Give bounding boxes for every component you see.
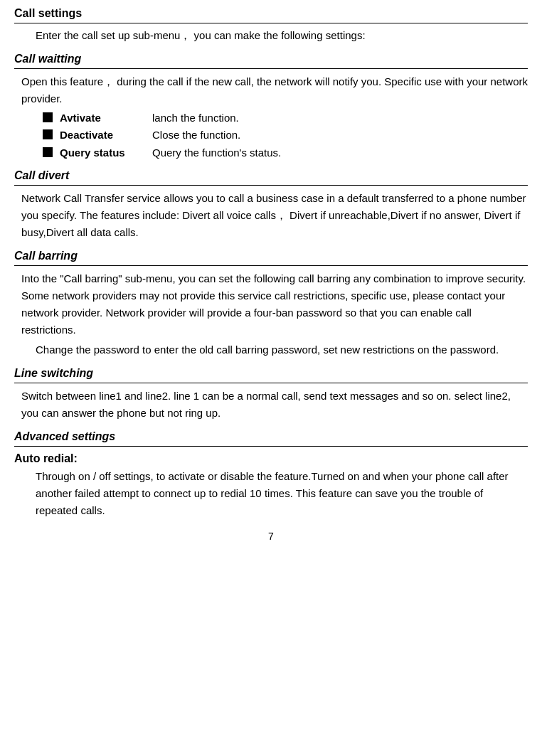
bullet-square-icon — [43, 147, 53, 157]
auto-redial-text: Through on / off settings, to activate o… — [36, 468, 528, 519]
bullet-item-avtivate: Avtivate lanch the function. — [43, 110, 528, 127]
bullet-term-deactivate: Deactivate — [60, 127, 152, 144]
auto-redial-body: Through on / off settings, to activate o… — [36, 468, 528, 519]
bullet-desc-query-status: Query the function's status. — [152, 145, 528, 161]
call-waitting-intro: Open this feature， during the call if th… — [21, 73, 528, 107]
section-body-call-barring: Into the "Call barring" sub-menu, you ca… — [21, 270, 528, 358]
section-heading-call-barring: Call barring — [14, 250, 528, 266]
page-content: Call settings Enter the call set up sub-… — [14, 7, 528, 542]
section-heading-line-switching: Line switching — [14, 367, 528, 383]
bullet-item-query-status: Query status Query the function's status… — [43, 145, 528, 161]
call-barring-para2: Change the password to enter the old cal… — [36, 341, 528, 358]
bullet-desc-avtivate: lanch the function. — [152, 110, 528, 127]
bullet-item-deactivate: Deactivate Close the function. — [43, 127, 528, 144]
section-heading-advanced-settings: Advanced settings — [14, 430, 528, 447]
bullet-term-avtivate: Avtivate — [60, 110, 152, 127]
section-body-line-switching: Switch between line1 and line2. line 1 c… — [21, 388, 528, 422]
section-body-call-waitting: Open this feature， during the call if th… — [21, 73, 528, 161]
call-barring-para1: Into the "Call barring" sub-menu, you ca… — [21, 270, 528, 339]
line-switching-body: Switch between line1 and line2. line 1 c… — [21, 388, 528, 422]
call-waitting-bullet-list: Avtivate lanch the function. Deactivate … — [43, 110, 528, 161]
bullet-desc-deactivate: Close the function. — [152, 127, 528, 144]
bullet-square-icon — [43, 129, 53, 139]
page-number: 7 — [14, 531, 528, 542]
section-heading-call-waitting: Call waitting — [14, 53, 528, 69]
auto-redial-title: Auto redial: — [14, 452, 528, 465]
intro-text: Enter the call set up sub-menu， you can … — [36, 28, 528, 44]
main-title: Call settings — [14, 7, 528, 23]
call-divert-body: Network Call Transfer service allows you… — [21, 190, 528, 241]
bullet-term-query-status: Query status — [60, 145, 152, 161]
bullet-square-icon — [43, 112, 53, 122]
section-heading-call-divert: Call divert — [14, 169, 528, 186]
section-body-call-divert: Network Call Transfer service allows you… — [21, 190, 528, 241]
